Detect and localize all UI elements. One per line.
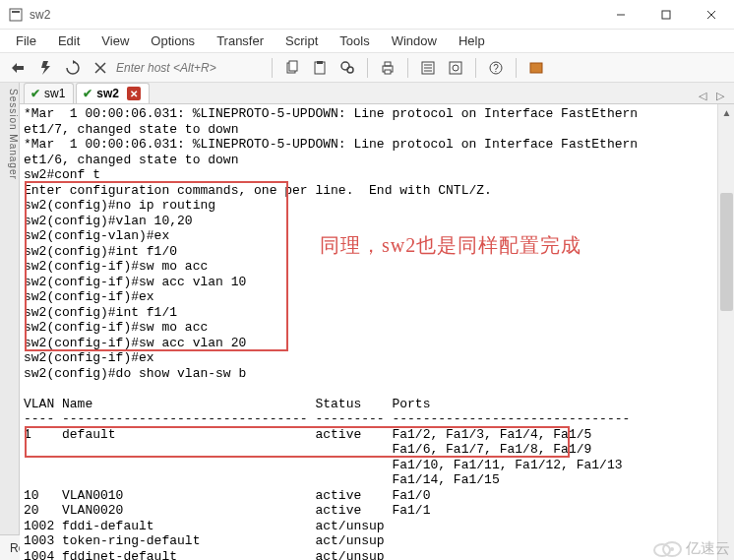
properties-icon[interactable] [416, 56, 440, 80]
toolbar-separator [475, 58, 476, 78]
find-icon[interactable] [336, 56, 359, 80]
tab-label: sw2 [96, 87, 119, 100]
help-icon[interactable]: ? [484, 56, 508, 80]
svg-rect-3 [662, 11, 670, 19]
main-area: Session Manager ✔ sw1 ✔ sw2 ✕ ◁ ▷ *Mar 1… [0, 83, 734, 534]
close-tab-icon[interactable]: ✕ [127, 87, 141, 100]
toolbar-separator [407, 58, 408, 78]
quick-connect-icon[interactable] [33, 56, 57, 80]
tab-label: sw1 [44, 87, 65, 100]
svg-rect-23 [530, 63, 542, 73]
svg-rect-0 [10, 9, 22, 21]
tab-sw2[interactable]: ✔ sw2 ✕ [76, 83, 150, 103]
close-button[interactable] [689, 0, 734, 30]
paste-icon[interactable] [308, 56, 332, 80]
menu-view[interactable]: View [92, 31, 139, 51]
app-icon [8, 7, 24, 23]
menu-file[interactable]: File [6, 31, 46, 51]
session-manager-panel[interactable]: Session Manager [0, 83, 20, 534]
minimize-button[interactable] [598, 0, 643, 30]
svg-rect-14 [385, 70, 391, 74]
toolbar-separator [367, 58, 368, 78]
menu-help[interactable]: Help [449, 31, 495, 51]
window-title: sw2 [30, 8, 50, 22]
host-input[interactable] [116, 58, 264, 78]
window-controls [598, 0, 734, 30]
menu-bar: File Edit View Options Transfer Script T… [0, 30, 734, 53]
menu-script[interactable]: Script [275, 31, 328, 51]
tab-next-icon[interactable]: ▷ [712, 88, 728, 103]
new-tab-icon[interactable] [524, 56, 548, 80]
maximize-button[interactable] [643, 0, 689, 30]
toolbar-separator [272, 58, 273, 78]
svg-rect-9 [317, 61, 323, 64]
svg-rect-7 [289, 61, 297, 71]
toolbar: ? [0, 53, 734, 83]
session-options-icon[interactable] [444, 56, 467, 80]
check-icon: ✔ [83, 87, 92, 100]
toolbar-separator [516, 58, 517, 78]
menu-edit[interactable]: Edit [48, 31, 90, 51]
watermark-text: 亿速云 [686, 539, 730, 558]
menu-options[interactable]: Options [141, 31, 205, 51]
svg-point-26 [670, 547, 674, 551]
svg-rect-13 [385, 62, 391, 66]
title-bar: sw2 [0, 0, 734, 30]
connect-icon[interactable] [6, 56, 30, 80]
print-icon[interactable] [376, 56, 399, 80]
svg-rect-1 [12, 11, 20, 13]
copy-icon[interactable] [280, 56, 304, 80]
svg-rect-19 [450, 62, 461, 74]
svg-text:?: ? [493, 63, 499, 74]
reconnect-icon[interactable] [61, 56, 85, 80]
menu-tools[interactable]: Tools [330, 31, 379, 51]
content-panel: ✔ sw1 ✔ sw2 ✕ ◁ ▷ *Mar 1 00:00:06.031: %… [20, 83, 734, 534]
svg-point-20 [453, 65, 459, 71]
tab-sw1[interactable]: ✔ sw1 [24, 83, 74, 103]
scroll-up-icon[interactable]: ▲ [718, 104, 734, 121]
tab-bar: ✔ sw1 ✔ sw2 ✕ ◁ ▷ [20, 83, 734, 104]
scroll-thumb[interactable] [720, 193, 733, 311]
check-icon: ✔ [31, 87, 40, 100]
scrollbar[interactable]: ▲ ▼ [717, 104, 734, 560]
watermark: 亿速云 [652, 539, 730, 558]
tab-prev-icon[interactable]: ◁ [695, 88, 710, 103]
disconnect-icon[interactable] [89, 56, 112, 80]
svg-point-11 [347, 67, 353, 73]
tab-navigation: ◁ ▷ [695, 88, 734, 103]
menu-transfer[interactable]: Transfer [207, 31, 274, 51]
terminal-wrap: *Mar 1 00:00:06.031: %LINEPROTO-5-UPDOWN… [20, 104, 734, 560]
terminal-output[interactable]: *Mar 1 00:00:06.031: %LINEPROTO-5-UPDOWN… [20, 104, 717, 560]
menu-window[interactable]: Window [382, 31, 447, 51]
